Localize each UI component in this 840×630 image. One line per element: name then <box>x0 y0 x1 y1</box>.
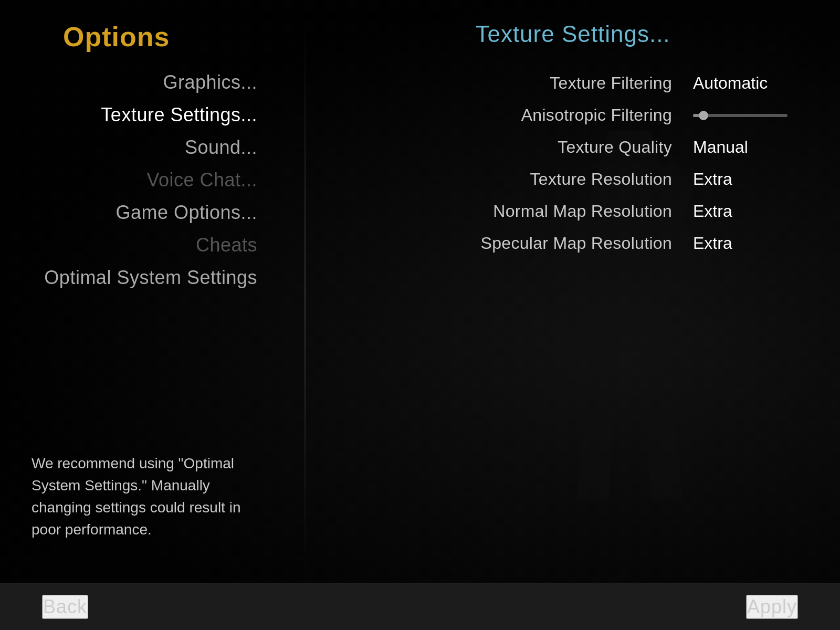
settings-table: Texture FilteringAutomaticAnisotropic Fi… <box>337 68 808 258</box>
slider-thumb-anisotropic-filtering <box>699 111 708 120</box>
back-button[interactable]: Back <box>42 595 88 619</box>
setting-row-texture-resolution: Texture ResolutionExtra <box>337 164 808 194</box>
slider-track-anisotropic-filtering <box>693 114 788 117</box>
setting-row-normal-map-resolution: Normal Map ResolutionExtra <box>337 196 808 226</box>
nav-item-game-options[interactable]: Game Options... <box>110 198 262 227</box>
options-title: Options <box>21 21 170 52</box>
setting-label-specular-map-resolution: Specular Map Resolution <box>481 234 672 253</box>
setting-label-texture-filtering: Texture Filtering <box>550 74 672 93</box>
nav-item-cheats: Cheats <box>191 231 262 259</box>
main-layout: Options Graphics...Texture Settings...So… <box>0 0 840 630</box>
setting-value-texture-quality[interactable]: Manual <box>693 138 808 157</box>
setting-value-texture-filtering[interactable]: Automatic <box>693 74 808 93</box>
setting-label-anisotropic-filtering: Anisotropic Filtering <box>521 106 672 125</box>
nav-menu: Graphics...Texture Settings...Sound...Vo… <box>21 68 284 292</box>
bottom-bar: Back Apply <box>0 583 840 630</box>
setting-row-texture-quality: Texture QualityManual <box>337 132 808 162</box>
setting-label-texture-resolution: Texture Resolution <box>530 170 672 189</box>
recommend-text: We recommend using "Optimal System Setti… <box>10 442 294 572</box>
apply-button[interactable]: Apply <box>746 595 798 619</box>
setting-value-normal-map-resolution[interactable]: Extra <box>693 202 808 221</box>
section-title: Texture Settings... <box>337 21 808 47</box>
setting-value-specular-map-resolution[interactable]: Extra <box>693 234 808 253</box>
nav-item-texture-settings[interactable]: Texture Settings... <box>96 101 262 129</box>
setting-row-specular-map-resolution: Specular Map ResolutionExtra <box>337 228 808 258</box>
setting-row-anisotropic-filtering: Anisotropic Filtering <box>337 100 808 130</box>
setting-value-texture-resolution[interactable]: Extra <box>693 170 808 189</box>
nav-item-voice-chat: Voice Chat... <box>141 166 262 194</box>
right-panel: Texture Settings... Texture FilteringAut… <box>306 10 840 583</box>
nav-item-sound[interactable]: Sound... <box>180 133 262 162</box>
setting-label-normal-map-resolution: Normal Map Resolution <box>493 202 672 221</box>
setting-label-texture-quality: Texture Quality <box>558 138 672 157</box>
setting-row-texture-filtering: Texture FilteringAutomatic <box>337 68 808 98</box>
slider-anisotropic-filtering[interactable] <box>693 114 808 117</box>
nav-item-graphics[interactable]: Graphics... <box>158 68 262 97</box>
nav-item-optimal-settings[interactable]: Optimal System Settings <box>39 264 262 292</box>
